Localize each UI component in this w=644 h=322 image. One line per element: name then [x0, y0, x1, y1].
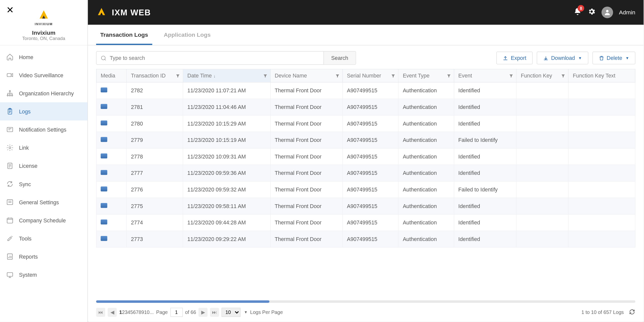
notifications-button[interactable]: 8 — [574, 8, 582, 17]
column-header-event-type[interactable]: Event Type — [398, 69, 454, 82]
download-icon — [543, 55, 549, 61]
next-page-button[interactable]: ▶ — [198, 308, 208, 317]
cell-datetime: 11/23/2020 09:58:11 AM — [183, 198, 270, 214]
page-number[interactable]: 4 — [128, 309, 130, 315]
media-thumbnail-icon — [101, 120, 107, 126]
sidebar-item-organization-hierarchy[interactable]: Organization Hierarchy — [0, 84, 88, 102]
first-page-button[interactable]: ⏮ — [96, 308, 105, 317]
search-input[interactable] — [97, 52, 324, 64]
sidebar-item-company-schedule[interactable]: Company Schedule — [0, 211, 88, 229]
sidebar-item-logs[interactable]: Logs — [0, 102, 88, 120]
refresh-button[interactable] — [629, 308, 635, 316]
pagination-bar: ⏮ ◀ 12345678910... Page of 66 ▶ ⏭ 10 ▼ L… — [88, 303, 643, 322]
cell-device-name: Thermal Front Door — [270, 115, 343, 132]
search-button[interactable]: Search — [323, 52, 355, 64]
sidebar-item-reports[interactable]: Reports — [0, 248, 88, 266]
export-button[interactable]: Export — [496, 52, 533, 64]
tab-transaction-logs[interactable]: Transaction Logs — [96, 25, 152, 45]
table-row[interactable]: 278011/23/2020 10:15:29 AMThermal Front … — [96, 115, 635, 132]
sidebar-item-general-settings[interactable]: General Settings — [0, 193, 88, 211]
table-row[interactable]: 277411/23/2020 09:44:28 AMThermal Front … — [96, 214, 635, 231]
column-header-date-time[interactable]: Date Time↓ — [183, 69, 270, 82]
page-size-select[interactable]: 10 — [222, 308, 240, 317]
cell-event: Identified — [454, 214, 516, 231]
cell-transaction-id: 2779 — [127, 132, 183, 148]
sidebar-item-sync[interactable]: Sync — [0, 175, 88, 193]
sidebar-item-video-surveillance[interactable]: Video Surveillance — [0, 66, 88, 84]
page-number[interactable]: 6 — [133, 309, 136, 315]
media-thumbnail-icon — [101, 170, 107, 175]
table-row[interactable]: 277811/23/2020 10:09:31 AMThermal Front … — [96, 148, 635, 165]
cell-device-name: Thermal Front Door — [270, 165, 343, 181]
tab-application-logs[interactable]: Application Logs — [160, 25, 215, 45]
table-row[interactable]: 277911/23/2020 10:15:19 AMThermal Front … — [96, 132, 635, 148]
page-number[interactable]: 1 — [119, 309, 122, 315]
cell-function-key — [516, 99, 569, 115]
per-page-label: Logs Per Page — [250, 309, 283, 315]
svg-point-5 — [9, 95, 11, 96]
tabs-bar: Transaction LogsApplication Logs — [88, 25, 643, 45]
column-header-event[interactable]: Event — [454, 69, 516, 82]
table-wrap: MediaTransaction IDDate Time↓Device Name… — [88, 69, 643, 300]
cell-transaction-id: 2782 — [127, 82, 183, 99]
cell-datetime: 11/23/2020 10:15:29 AM — [183, 115, 270, 132]
sidebar-item-link[interactable]: Link — [0, 139, 88, 157]
home-icon — [6, 53, 14, 61]
svg-rect-12 — [7, 200, 13, 205]
svg-rect-15 — [7, 273, 13, 276]
table-row[interactable]: 277711/23/2020 09:59:36 AMThermal Front … — [96, 165, 635, 181]
cell-event-type: Authentication — [398, 148, 454, 165]
sidebar-item-label: Home — [19, 54, 33, 60]
cell-serial-number: A907499515 — [343, 165, 398, 181]
settings-gear-button[interactable] — [588, 8, 596, 17]
cell-serial-number: A907499515 — [343, 148, 398, 165]
cell-event: Identified — [454, 165, 516, 181]
cell-media — [96, 231, 127, 248]
column-header-device-name[interactable]: Device Name — [270, 69, 343, 82]
page-number[interactable]: 9 — [141, 309, 144, 315]
page-label: Page — [156, 309, 168, 315]
column-header-serial-number[interactable]: Serial Number — [343, 69, 398, 82]
sidebar-item-label: Sync — [19, 181, 31, 187]
cell-event: Identified — [454, 99, 516, 115]
sidebar-item-system[interactable]: System — [0, 266, 88, 284]
sidebar-item-label: System — [19, 272, 37, 278]
page-number[interactable]: 8 — [139, 309, 141, 315]
page-number[interactable]: 7 — [136, 309, 139, 315]
cell-media — [96, 214, 127, 231]
table-row[interactable]: 277611/23/2020 09:59:32 AMThermal Front … — [96, 181, 635, 198]
gear-icon — [588, 8, 596, 16]
upload-icon — [503, 55, 508, 61]
table-row[interactable]: 277511/23/2020 09:58:11 AMThermal Front … — [96, 198, 635, 214]
column-header-transaction-id[interactable]: Transaction ID — [127, 69, 183, 82]
column-label: Date Time — [187, 73, 212, 79]
cell-event: Identified — [454, 115, 516, 132]
table-row[interactable]: 278111/23/2020 11:04:46 AMThermal Front … — [96, 99, 635, 115]
sidebar-item-license[interactable]: License — [0, 157, 88, 175]
sidebar-item-home[interactable]: Home — [0, 48, 88, 66]
close-icon[interactable]: ✕ — [6, 5, 14, 16]
download-button[interactable]: Download ▼ — [537, 52, 588, 64]
delete-button[interactable]: Delete ▼ — [592, 52, 635, 64]
table-row[interactable]: 277311/23/2020 09:29:22 AMThermal Front … — [96, 231, 635, 248]
scrollbar-thumb[interactable] — [96, 300, 269, 303]
last-page-button[interactable]: ⏭ — [210, 308, 219, 317]
column-header-function-key[interactable]: Function Key — [516, 69, 569, 82]
page-number-input[interactable] — [170, 308, 183, 317]
cell-function-key-text — [569, 181, 635, 198]
column-header-function-key-text[interactable]: Function Key Text — [569, 69, 635, 82]
sidebar-header: ✕ INVIXIUM Invixium Toronto, ON, Canada — [0, 0, 88, 45]
page-number[interactable]: 2 — [122, 309, 125, 315]
page-number[interactable]: 3 — [125, 309, 128, 315]
page-number[interactable]: 10 — [144, 309, 150, 315]
horizontal-scrollbar[interactable] — [96, 300, 635, 303]
cell-media — [96, 198, 127, 214]
sidebar-item-tools[interactable]: Tools — [0, 229, 88, 248]
page-number: ... — [150, 309, 154, 315]
sidebar-item-notification-settings[interactable]: Notification Settings — [0, 120, 88, 139]
table-row[interactable]: 278211/23/2020 11:07:21 AMThermal Front … — [96, 82, 635, 99]
user-avatar[interactable] — [602, 7, 613, 18]
column-label: Serial Number — [347, 73, 381, 79]
prev-page-button[interactable]: ◀ — [108, 308, 117, 317]
column-header-media[interactable]: Media — [96, 69, 127, 82]
